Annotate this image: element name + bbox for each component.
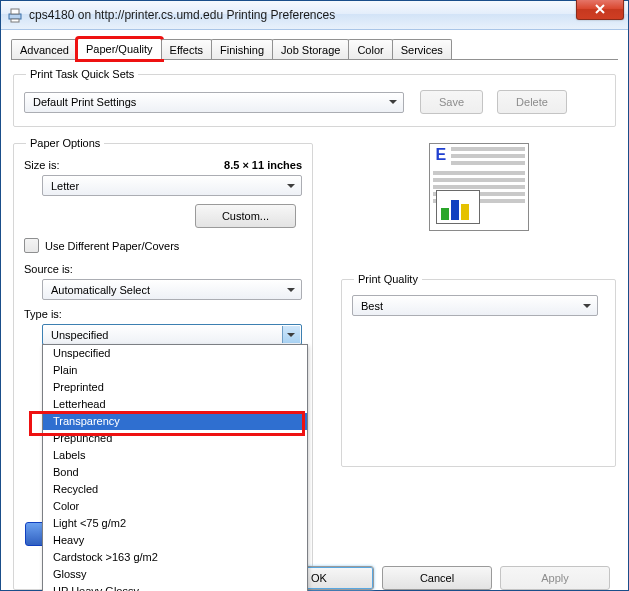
titlebar: cps4180 on http://printer.cs.umd.edu Pri… bbox=[1, 1, 628, 30]
delete-button[interactable]: Delete bbox=[497, 90, 567, 114]
tab-finishing[interactable]: Finishing bbox=[211, 39, 273, 59]
close-button[interactable] bbox=[576, 0, 624, 20]
tab-paper-quality[interactable]: Paper/Quality bbox=[77, 38, 162, 60]
type-select-value: Unspecified bbox=[51, 329, 108, 341]
printer-icon bbox=[7, 7, 23, 23]
tab-services[interactable]: Services bbox=[392, 39, 452, 59]
size-label: Size is: bbox=[24, 159, 59, 171]
save-button[interactable]: Save bbox=[420, 90, 483, 114]
type-option[interactable]: Transparency bbox=[43, 413, 307, 430]
quick-sets-group: Print Task Quick Sets Default Print Sett… bbox=[13, 68, 616, 127]
svg-rect-2 bbox=[11, 19, 19, 22]
window-title: cps4180 on http://printer.cs.umd.edu Pri… bbox=[29, 8, 335, 22]
svg-rect-0 bbox=[9, 14, 21, 19]
print-quality-legend: Print Quality bbox=[354, 273, 422, 285]
type-option[interactable]: Bond bbox=[43, 464, 307, 481]
tab-job-storage[interactable]: Job Storage bbox=[272, 39, 349, 59]
type-option[interactable]: Preprinted bbox=[43, 379, 307, 396]
tabstrip: Advanced Paper/Quality Effects Finishing… bbox=[11, 38, 618, 60]
size-select[interactable]: Letter bbox=[42, 175, 302, 196]
type-option[interactable]: Light <75 g/m2 bbox=[43, 515, 307, 532]
quick-sets-legend: Print Task Quick Sets bbox=[26, 68, 138, 80]
source-select[interactable]: Automatically Select bbox=[42, 279, 302, 300]
type-label: Type is: bbox=[24, 308, 302, 320]
type-select[interactable]: Unspecified bbox=[42, 324, 302, 345]
print-quality-select[interactable]: Best bbox=[352, 295, 598, 316]
print-quality-group: Print Quality Best bbox=[341, 273, 616, 467]
print-quality-value: Best bbox=[361, 300, 383, 312]
type-option[interactable]: Unspecified bbox=[43, 345, 307, 362]
custom-button[interactable]: Custom... bbox=[195, 204, 296, 228]
type-option[interactable]: Cardstock >163 g/m2 bbox=[43, 549, 307, 566]
tab-advanced[interactable]: Advanced bbox=[11, 39, 78, 59]
type-option[interactable]: Recycled bbox=[43, 481, 307, 498]
size-value: 8.5 × 11 inches bbox=[224, 159, 302, 171]
cancel-button[interactable]: Cancel bbox=[382, 566, 492, 590]
apply-button[interactable]: Apply bbox=[500, 566, 610, 590]
tab-color[interactable]: Color bbox=[348, 39, 392, 59]
size-select-value: Letter bbox=[51, 180, 79, 192]
tab-effects[interactable]: Effects bbox=[161, 39, 212, 59]
paper-options-legend: Paper Options bbox=[26, 137, 104, 149]
preview-e-icon: E bbox=[436, 148, 447, 162]
type-option[interactable]: Glossy bbox=[43, 566, 307, 583]
different-paper-checkbox[interactable] bbox=[24, 238, 39, 253]
type-option[interactable]: HP Heavy Glossy bbox=[43, 583, 307, 591]
quick-sets-value: Default Print Settings bbox=[33, 96, 136, 108]
quick-sets-select[interactable]: Default Print Settings bbox=[24, 92, 404, 113]
different-paper-label: Use Different Paper/Covers bbox=[45, 240, 179, 252]
type-option[interactable]: Labels bbox=[43, 447, 307, 464]
preview-chart-icon bbox=[436, 190, 480, 224]
svg-rect-1 bbox=[11, 9, 19, 14]
source-select-value: Automatically Select bbox=[51, 284, 150, 296]
source-label: Source is: bbox=[24, 263, 302, 275]
page-preview: E bbox=[429, 143, 529, 231]
type-option[interactable]: Heavy bbox=[43, 532, 307, 549]
type-option[interactable]: Plain bbox=[43, 362, 307, 379]
type-option[interactable]: Letterhead bbox=[43, 396, 307, 413]
close-icon bbox=[595, 4, 605, 14]
type-option[interactable]: Color bbox=[43, 498, 307, 515]
type-dropdown[interactable]: UnspecifiedPlainPreprintedLetterheadTran… bbox=[42, 344, 308, 591]
paper-options-group: Paper Options Size is: 8.5 × 11 inches L… bbox=[13, 137, 313, 590]
type-option[interactable]: Prepunched bbox=[43, 430, 307, 447]
